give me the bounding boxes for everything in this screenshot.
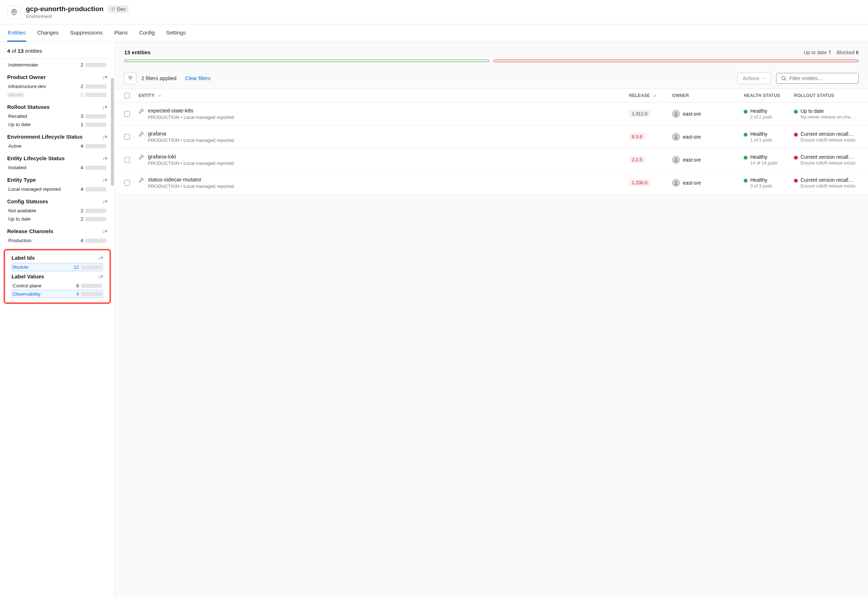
facet-row[interactable]: blurred1 — [7, 91, 107, 99]
row-checkbox[interactable] — [124, 157, 130, 163]
svg-point-5 — [675, 181, 677, 183]
facet-row[interactable]: Recalled3 — [7, 112, 107, 120]
summary-title: 13 entities — [124, 49, 150, 55]
avatar-icon — [672, 156, 680, 164]
col-health[interactable]: HEALTH STATUS — [744, 93, 794, 98]
sort-icon[interactable]: ↓≡ — [98, 274, 103, 279]
health-sub: 2 of 2 pods — [750, 114, 773, 120]
sort-icon[interactable]: ↓≡ — [652, 94, 657, 98]
chevron-down-icon — [762, 77, 766, 80]
row-checkbox[interactable] — [124, 134, 130, 140]
sort-icon[interactable]: ↓≡ — [102, 104, 107, 110]
entity-meta: PRODUCTION • Local managed reported — [148, 184, 234, 189]
facet-title: Rollout Statuses — [7, 104, 50, 110]
highlighted-facets: Label Ids↓≡Module12Label Values↓≡Control… — [4, 249, 111, 304]
col-owner[interactable]: OWNER — [672, 93, 744, 98]
scrollbar[interactable] — [111, 78, 114, 186]
table-header: ENTITY↓≡ RELEASE↓≡ OWNER HEALTH STATUS R… — [115, 89, 868, 102]
select-all-checkbox[interactable] — [124, 93, 130, 98]
owner-name: east-sre — [683, 111, 701, 117]
facet-title: Label Ids — [12, 255, 35, 261]
facet-row[interactable]: Up to date1 — [7, 120, 107, 129]
tab-config[interactable]: Config — [139, 24, 156, 42]
facet-row[interactable]: Not available2 — [7, 206, 107, 215]
clear-filters-link[interactable]: Clear filters — [185, 76, 211, 81]
tab-settings[interactable]: Settings — [166, 24, 186, 42]
facet-row[interactable]: Up to date2 — [7, 215, 107, 223]
health-status: Healthy — [750, 154, 778, 160]
facet-row[interactable]: Module12 — [12, 263, 103, 271]
status-dot — [744, 156, 747, 159]
rollout-status: Current version recall… — [800, 177, 855, 183]
rollout-sub: Ensure rolloff release exists — [800, 184, 855, 189]
environment-icon — [7, 5, 21, 19]
sort-icon[interactable]: ↓≡ — [102, 199, 107, 204]
entity-table: ENTITY↓≡ RELEASE↓≡ OWNER HEALTH STATUS R… — [115, 89, 868, 195]
col-entity[interactable]: ENTITY↓≡ — [139, 93, 629, 98]
facet-row[interactable]: Indeterminate 2 — [7, 61, 107, 69]
main-content: 13 entities Up to date 7 Blocked 6 2 fil… — [115, 42, 868, 597]
col-release[interactable]: RELEASE↓≡ — [629, 93, 672, 98]
facet-row[interactable]: Installed4 — [7, 163, 107, 172]
rollout-sub: Ensure rolloff release exists — [800, 160, 855, 166]
page-header: gcp-eunorth-production Dev Environment — [0, 0, 868, 24]
filters-applied-text: 2 filters applied — [141, 76, 176, 81]
tab-suppressions[interactable]: Suppressions — [69, 24, 104, 42]
row-checkbox[interactable] — [124, 180, 130, 186]
table-row[interactable]: grafanaPRODUCTION • Local managed report… — [115, 125, 868, 149]
table-row[interactable]: expected-state-k8sPRODUCTION • Local man… — [115, 102, 868, 125]
rollout-status: Current version recall… — [800, 154, 855, 160]
filter-panel-toggle[interactable] — [124, 72, 136, 85]
tab-plans[interactable]: Plans — [113, 24, 129, 42]
status-dot — [794, 179, 798, 183]
rollout-status: Current version recall… — [800, 131, 855, 137]
avatar-icon — [672, 133, 680, 141]
hammer-icon — [139, 108, 144, 115]
status-dot — [794, 156, 798, 159]
facet-row[interactable]: Active4 — [7, 142, 107, 150]
svg-point-2 — [675, 112, 677, 114]
svg-point-4 — [675, 158, 677, 160]
release-tag: 1.200.0 — [629, 179, 650, 186]
facet-row[interactable]: Production4 — [7, 236, 107, 245]
health-sub: 3 of 3 pods — [750, 184, 773, 189]
svg-point-0 — [13, 10, 15, 12]
table-row[interactable]: status-sidecar-mutatorPRODUCTION • Local… — [115, 171, 868, 195]
sort-icon[interactable]: ↓≡ — [98, 255, 103, 260]
facet-row[interactable]: Observability4 — [12, 290, 103, 298]
status-dot — [744, 110, 747, 113]
summary-bar-green — [124, 59, 489, 62]
dev-badge: Dev — [108, 5, 129, 13]
actions-dropdown[interactable]: Actions — [737, 73, 771, 84]
status-dot — [794, 133, 798, 137]
status-dot — [744, 133, 747, 137]
sort-icon[interactable]: ↓≡ — [102, 156, 107, 161]
tab-entities[interactable]: Entities — [7, 24, 26, 42]
sort-icon[interactable]: ↓≡ — [102, 74, 107, 80]
entity-name: expected-state-k8s — [148, 107, 234, 113]
facet-title: Entity Lifecycle Status — [7, 155, 65, 161]
search-input[interactable] — [789, 76, 854, 81]
svg-point-3 — [675, 135, 677, 137]
facet-row[interactable]: infrastructure-dev2 — [7, 82, 107, 91]
tab-changes[interactable]: Changes — [36, 24, 59, 42]
table-row[interactable]: grafana-lokiPRODUCTION • Local managed r… — [115, 149, 868, 171]
health-status: Healthy — [750, 177, 773, 183]
search-box[interactable] — [776, 73, 859, 84]
rollout-sub: No newer release on cha… — [800, 114, 855, 120]
page-subtitle: Environment — [26, 13, 129, 19]
facet-row[interactable]: Local managed reported4 — [7, 185, 107, 193]
col-rollout[interactable]: ROLLOUT STATUS — [794, 93, 859, 98]
health-status: Healthy — [750, 131, 773, 137]
sort-icon[interactable]: ↓≡ — [102, 134, 107, 140]
row-checkbox[interactable] — [124, 111, 130, 117]
search-icon — [781, 76, 787, 81]
entity-name: grafana-loki — [148, 153, 234, 159]
hammer-icon — [139, 131, 144, 138]
sort-icon[interactable]: ↓≡ — [157, 94, 161, 98]
facet-title: Config Statuses — [7, 198, 48, 204]
facet-title: Release Channels — [7, 228, 53, 234]
facet-row[interactable]: Control plane8 — [12, 282, 103, 290]
sort-icon[interactable]: ↓≡ — [102, 177, 107, 183]
sort-icon[interactable]: ↓≡ — [102, 229, 107, 234]
